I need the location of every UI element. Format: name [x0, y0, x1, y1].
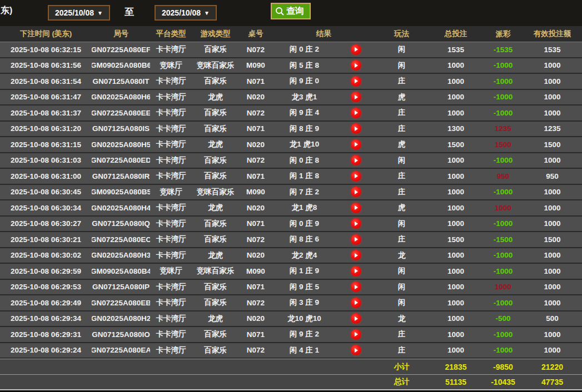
valid-bet-cell: 1000 — [523, 264, 582, 279]
payout-cell: -1000 — [484, 264, 523, 279]
total-bet-cell: 1000 — [428, 295, 484, 310]
total-bet-cell: 1000 — [428, 90, 484, 105]
play-type-cell: 龙 — [375, 248, 428, 263]
round-id-cell: GN02025A080H2 — [92, 311, 150, 326]
header-result: 结果 — [272, 26, 375, 42]
play-video-button[interactable] — [351, 187, 361, 197]
valid-bet-cell: 1000 — [523, 200, 582, 215]
game-type-cell: 竞咪百家乐 — [192, 58, 239, 73]
replay-cell — [336, 185, 375, 200]
table-no-cell: N071 — [239, 74, 272, 89]
play-video-button[interactable] — [351, 250, 361, 260]
play-video-button[interactable] — [351, 329, 361, 340]
valid-bet-cell: 1000 — [523, 248, 582, 263]
play-video-button[interactable] — [351, 234, 361, 245]
grand-total-row: 总计 51135 -10435 47735 — [0, 374, 582, 389]
table-row: 2025-10-08 06:29:34 GN02025A080H2 卡卡湾厅 龙… — [0, 311, 582, 328]
play-icon — [355, 285, 358, 289]
result-cell: 闲 0 庄 9 — [272, 217, 336, 232]
play-icon — [355, 332, 358, 336]
table-row: 2025-10-08 06:29:53 GN07125A080IP 卡卡湾厅 百… — [0, 280, 582, 296]
play-icon — [355, 95, 358, 99]
empty-cell — [0, 359, 92, 374]
play-icon — [355, 63, 358, 68]
total-bet-cell: 1000 — [428, 185, 484, 200]
grand-total-label: 总计 — [375, 375, 428, 389]
empty-cell — [150, 375, 192, 389]
totals-section: 小计 21835 -9850 21220 总计 51135 -10435 477… — [0, 359, 582, 389]
header-table-no: 桌号 — [239, 26, 272, 42]
result-cell: 闲 7 庄 2 — [272, 185, 336, 200]
replay-cell — [336, 90, 375, 105]
play-icon — [355, 300, 358, 305]
play-icon — [355, 253, 358, 258]
play-video-button[interactable] — [351, 123, 361, 134]
query-button[interactable]: 查询 — [271, 3, 311, 19]
play-type-cell: 龙 — [375, 311, 428, 326]
valid-bet-cell: 1000 — [523, 343, 582, 358]
total-bet-cell: 1000 — [428, 105, 484, 120]
bet-time-cell: 2025-10-08 06:29:49 — [0, 295, 92, 310]
total-bet-cell: 1000 — [428, 264, 484, 279]
play-video-button[interactable] — [351, 60, 361, 71]
valid-bet-cell: 1000 — [523, 327, 582, 342]
bet-time-cell: 2025-10-08 06:31:56 — [0, 58, 92, 73]
platform-cell: 卡卡湾厅 — [150, 137, 192, 152]
result-cell: 闲 9 庄 0 — [272, 74, 336, 89]
total-bet-cell: 1000 — [428, 343, 484, 358]
round-id-cell: GN02025A080H6 — [92, 90, 150, 105]
platform-cell: 卡卡湾厅 — [150, 105, 192, 120]
platform-cell: 卡卡湾厅 — [150, 169, 192, 184]
round-id-cell: GM09025A080B6 — [92, 58, 150, 73]
replay-cell — [336, 280, 375, 295]
play-video-button[interactable] — [351, 313, 361, 324]
replay-cell — [336, 169, 375, 184]
date-from-select[interactable]: 2025/10/08 ▼ — [48, 5, 110, 21]
bet-time-cell: 2025-10-08 06:30:02 — [0, 248, 92, 263]
play-video-button[interactable] — [351, 282, 361, 292]
empty-cell — [92, 359, 150, 374]
play-video-button[interactable] — [351, 76, 361, 87]
play-video-button[interactable] — [351, 44, 361, 55]
play-video-button[interactable] — [351, 139, 361, 150]
replay-cell — [336, 295, 375, 310]
platform-cell: 卡卡湾厅 — [150, 248, 192, 263]
replay-cell — [336, 217, 375, 232]
play-video-button[interactable] — [351, 345, 361, 355]
bet-time-cell: 2025-10-08 06:29:59 — [0, 264, 92, 279]
play-video-button[interactable] — [351, 171, 361, 182]
round-id-cell: GN07125A080IP — [92, 280, 150, 295]
play-video-button[interactable] — [351, 92, 361, 102]
total-bet-cell: 1500 — [428, 232, 484, 247]
replay-cell — [336, 137, 375, 152]
empty-cell — [272, 359, 375, 374]
payout-cell: -1535 — [484, 42, 523, 57]
subtotal-label: 小计 — [375, 359, 428, 374]
play-video-button[interactable] — [351, 108, 361, 118]
play-video-button[interactable] — [351, 266, 361, 277]
play-type-cell: 庄 — [375, 122, 428, 137]
result-cell: 闲 8 庄 9 — [272, 122, 336, 137]
header-payout: 派彩 — [484, 26, 523, 42]
subtotal-total-bet: 21835 — [428, 359, 484, 374]
platform-cell: 卡卡湾厅 — [150, 122, 192, 137]
total-bet-cell: 1535 — [428, 42, 484, 57]
platform-cell: 卡卡湾厅 — [150, 280, 192, 295]
play-video-button[interactable] — [351, 298, 361, 308]
dropdown-caret-icon: ▼ — [97, 10, 103, 16]
round-id-cell: GN07225A080ED — [92, 153, 150, 168]
play-icon — [355, 269, 358, 273]
subtotal-payout: -9850 — [484, 359, 523, 374]
play-video-button[interactable] — [351, 203, 361, 213]
payout-cell: -1000 — [484, 343, 523, 358]
play-video-button[interactable] — [351, 155, 361, 165]
platform-cell: 卡卡湾厅 — [150, 311, 192, 326]
platform-cell: 卡卡湾厅 — [150, 217, 192, 232]
table-row: 2025-10-08 06:29:31 GN07125A080IO 卡卡湾厅 百… — [0, 327, 582, 343]
table-body: 2025-10-08 06:32:15 GN07225A080EF 卡卡湾厅 百… — [0, 42, 582, 359]
round-id-cell: GN07225A080EE — [92, 105, 150, 120]
date-to-select[interactable]: 2025/10/08 ▼ — [155, 5, 217, 21]
game-type-cell: 百家乐 — [192, 169, 239, 184]
empty-cell — [272, 375, 375, 389]
play-video-button[interactable] — [351, 218, 361, 229]
